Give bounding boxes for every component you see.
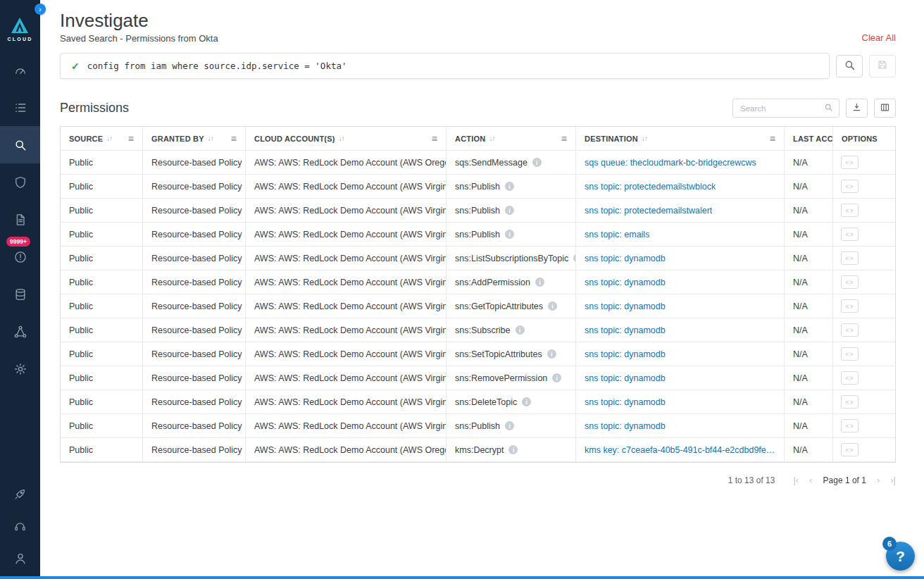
brand-logo-text: CLOUD <box>8 37 33 42</box>
column-header-source[interactable]: SOURCE ↓↑ ≡ <box>61 127 143 150</box>
table-horizontal-scroll[interactable]: SOURCE ↓↑ ≡ GRANTED BY ↓↑ ≡ CLOUD ACCOUN… <box>61 127 832 462</box>
view-json-code-button[interactable]: <> <box>841 395 859 409</box>
bottom-accent-bar <box>0 576 924 579</box>
save-search-button[interactable] <box>869 55 896 77</box>
view-json-code-button[interactable]: <> <box>841 419 859 432</box>
cell-destination-link[interactable]: sns topic: dynamodb <box>585 301 666 311</box>
info-icon[interactable]: i <box>505 182 514 191</box>
cell-destination-link[interactable]: sns topic: protectedemailstwalert <box>585 206 712 216</box>
cell-destination-link[interactable]: sns topic: dynamodb <box>585 397 666 407</box>
sidebar-item-radar[interactable] <box>0 313 40 350</box>
column-header-destination[interactable]: DESTINATION ↓↑ ≡ <box>576 127 785 150</box>
alerts-count-badge: 9999+ <box>6 237 30 247</box>
cell-source: Public <box>61 270 143 294</box>
table-search-input[interactable] <box>739 104 824 113</box>
cell-destination-link[interactable]: sns topic: dynamodb <box>585 278 666 287</box>
cell-last-access: N/A <box>785 294 832 318</box>
column-menu-icon[interactable]: ≡ <box>432 133 437 144</box>
view-json-code-button[interactable]: <> <box>841 204 859 217</box>
info-icon[interactable]: i <box>505 206 514 215</box>
cell-cloud-account: AWS: AWS: RedLock Demo Account (AWS Virg… <box>246 247 447 270</box>
cell-action: sns:Publish i <box>447 223 576 246</box>
cell-source: Public <box>61 151 143 174</box>
view-json-code-button[interactable]: <> <box>841 156 859 169</box>
info-icon[interactable]: i <box>505 230 514 239</box>
view-json-code-button[interactable]: <> <box>841 443 859 456</box>
query-input[interactable]: ✓ config from iam where source.idp.servi… <box>60 53 830 79</box>
cell-source: Public <box>61 199 143 222</box>
cell-source: Public <box>61 390 143 413</box>
help-button[interactable]: 6 ? <box>886 542 915 571</box>
info-icon[interactable]: i <box>548 301 557 311</box>
sidebar-item-reports[interactable] <box>0 201 40 238</box>
table-row: Public Resource-based Policy AWS: AWS: R… <box>61 270 832 294</box>
column-header-granted-by[interactable]: GRANTED BY ↓↑ ≡ <box>143 127 246 150</box>
cell-destination-link[interactable]: sns topic: dynamodb <box>585 373 666 383</box>
next-page-button[interactable]: › <box>877 475 880 485</box>
sidebar-item-inventory[interactable] <box>0 89 40 126</box>
sidebar-item-alerts[interactable]: 9999+ <box>0 238 40 275</box>
cell-destination-link[interactable]: sns topic: dynamodb <box>585 421 666 431</box>
download-button[interactable] <box>846 99 868 118</box>
table-row: Public Resource-based Policy AWS: AWS: R… <box>61 247 832 270</box>
info-icon[interactable]: i <box>508 445 518 454</box>
cell-destination-link[interactable]: sns topic: emails <box>585 230 649 239</box>
cell-destination-link[interactable]: sqs queue: thecloudmark-bc-bridgecrewcws <box>585 158 756 168</box>
cell-destination: sqs queue: thecloudmark-bc-bridgecrewcws <box>576 151 785 174</box>
sidebar-item-dashboard[interactable] <box>0 51 40 89</box>
column-header-cloud-accounts[interactable]: CLOUD ACCOUNT(S) ↓↑ ≡ <box>246 127 447 150</box>
options-cell: <> <box>833 390 895 414</box>
column-menu-icon[interactable]: ≡ <box>231 133 237 144</box>
cell-destination-link[interactable]: sns topic: dynamodb <box>585 349 666 359</box>
view-json-code-button[interactable]: <> <box>841 251 859 265</box>
view-json-code-button[interactable]: <> <box>841 347 859 361</box>
info-icon[interactable]: i <box>522 397 531 406</box>
column-menu-icon[interactable]: ≡ <box>561 133 567 144</box>
view-json-code-button[interactable]: <> <box>841 371 859 385</box>
column-menu-icon[interactable]: ≡ <box>770 133 775 144</box>
run-search-button[interactable] <box>836 55 863 77</box>
table-row: Public Resource-based Policy AWS: AWS: R… <box>61 414 832 438</box>
view-json-code-button[interactable]: <> <box>841 275 859 289</box>
cell-cloud-account: AWS: AWS: RedLock Demo Account (AWS Virg… <box>246 366 447 390</box>
column-header-action[interactable]: ACTION ↓↑ ≡ <box>447 127 576 150</box>
info-icon[interactable]: i <box>552 373 561 382</box>
cell-cloud-account: AWS: AWS: RedLock Demo Account (AWS Virg… <box>246 318 447 342</box>
cell-action-label: sns:Subscribe <box>455 325 511 335</box>
cell-granted-by: Resource-based Policy <box>143 223 246 246</box>
brand-logo: CLOUD <box>8 17 33 42</box>
sidebar-item-support[interactable] <box>0 510 40 542</box>
column-picker-button[interactable] <box>874 99 896 118</box>
info-icon[interactable]: i <box>535 278 544 287</box>
cell-destination-link[interactable]: sns topic: protectedemailstwblock <box>585 182 716 192</box>
info-icon[interactable]: i <box>516 325 525 335</box>
cell-destination-link[interactable]: sns topic: dynamodb <box>585 254 666 263</box>
sidebar-item-licensing[interactable] <box>0 275 40 313</box>
cell-cloud-account: AWS: AWS: RedLock Demo Account (AWS Virg… <box>246 342 447 366</box>
view-json-code-button[interactable]: <> <box>841 228 859 241</box>
prev-page-button[interactable]: ‹ <box>809 475 812 485</box>
sidebar-expand-button[interactable]: › <box>35 4 46 15</box>
view-json-code-button[interactable]: <> <box>841 299 859 313</box>
info-icon[interactable]: i <box>532 158 542 167</box>
column-header-last-access[interactable]: LAST ACC ↓↑ <box>785 127 832 150</box>
cell-source: Public <box>61 342 143 366</box>
view-json-code-button[interactable]: <> <box>841 180 859 193</box>
column-menu-icon[interactable]: ≡ <box>128 133 134 144</box>
last-page-button[interactable]: ›| <box>890 475 896 485</box>
first-page-button[interactable]: |‹ <box>793 475 799 485</box>
view-json-code-button[interactable]: <> <box>841 323 859 337</box>
sidebar-item-profile[interactable] <box>0 542 40 575</box>
sidebar-item-quickstart[interactable] <box>0 478 40 510</box>
cell-cloud-account: AWS: AWS: RedLock Demo Account (AWS Virg… <box>246 175 447 198</box>
sidebar-item-settings[interactable] <box>0 350 40 387</box>
sidebar-item-investigate[interactable] <box>0 126 40 163</box>
cell-destination-link[interactable]: kms key: c7ceaefa-40b5-491c-bf44-e2cdbd9… <box>585 445 775 455</box>
info-icon[interactable]: i <box>547 349 556 359</box>
user-icon <box>13 552 27 566</box>
cell-destination-link[interactable]: sns topic: dynamodb <box>585 325 666 335</box>
sidebar-item-compliance[interactable] <box>0 163 40 201</box>
clear-all-link[interactable]: Clear All <box>862 32 896 44</box>
info-icon[interactable]: i <box>505 421 514 430</box>
cell-source: Public <box>61 414 143 437</box>
